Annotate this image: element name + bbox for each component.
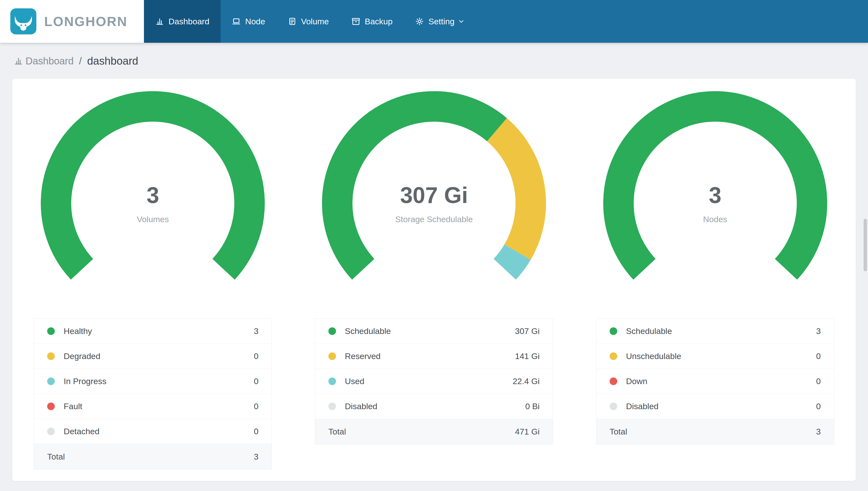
breadcrumb-separator: / (79, 56, 82, 66)
dashboard-card: 3VolumesHealthy3Degraded0In Progress0Fau… (12, 79, 856, 481)
breadcrumb-section[interactable]: Dashboard (26, 56, 74, 66)
legend-value: 3 (254, 326, 258, 336)
gauge-chart: 3Nodes (602, 90, 828, 316)
legend-row: Down0 (596, 369, 834, 394)
legend-label: Schedulable (345, 326, 391, 336)
nav-item-setting[interactable]: Setting (404, 0, 476, 43)
nav-item-label: Node (245, 17, 265, 26)
legend-row: In Progress0 (34, 369, 272, 394)
gauge-segment-used (505, 252, 518, 269)
nav-item-node[interactable]: Node (221, 0, 276, 43)
nav-item-backup[interactable]: Backup (340, 0, 404, 43)
main-content: 3VolumesHealthy3Degraded0In Progress0Fau… (0, 79, 868, 481)
legend-table-volumes: Healthy3Degraded0In Progress0Fault0Detac… (34, 318, 272, 469)
status-dot (610, 327, 617, 335)
legend-row: Schedulable3 (596, 319, 834, 344)
legend-value: 0 (816, 402, 821, 411)
scrollbar-thumb[interactable] (864, 219, 867, 271)
legend-value: 0 (254, 376, 258, 386)
main-nav: DashboardNodeVolumeBackupSetting (144, 0, 476, 43)
breadcrumb-page: dashboard (87, 55, 138, 67)
gauge-column-nodes: 3NodesSchedulable3Unschedulable0Down0Dis… (575, 90, 856, 469)
legend-label: Disabled (345, 402, 377, 411)
legend-value: 0 Bi (525, 402, 539, 411)
legend-total-row: Total3 (596, 419, 834, 444)
status-dot (329, 377, 336, 385)
legend-label: Healthy (64, 326, 92, 336)
legend-label: Schedulable (626, 326, 672, 336)
gauge-segment-healthy (56, 107, 250, 269)
gauge-svg (602, 90, 828, 316)
gauge-columns: 3VolumesHealthy3Degraded0In Progress0Fau… (12, 90, 856, 469)
legend-row: Healthy3 (34, 319, 272, 344)
status-dot (610, 352, 617, 360)
status-dot (47, 377, 55, 385)
status-dot (610, 403, 617, 410)
gauge-segment-schedulable (618, 107, 812, 269)
legend-value: 22.4 Gi (513, 376, 539, 386)
logo[interactable]: LONGHORN (0, 0, 144, 43)
legend-label: Fault (64, 402, 82, 411)
backup-icon (351, 17, 360, 26)
bar-chart-icon (14, 56, 23, 66)
legend-value: 0 (816, 351, 821, 361)
legend-value: 3 (816, 326, 821, 336)
legend-label: Down (626, 376, 647, 386)
gauge-svg (321, 90, 547, 316)
breadcrumb: Dashboard / dashboard (0, 43, 868, 79)
legend-total-value: 471 Gi (515, 427, 539, 436)
legend-row: Reserved141 Gi (315, 344, 553, 369)
legend-value: 0 (254, 351, 258, 361)
legend-total-label: Total (47, 452, 65, 462)
legend-label: In Progress (64, 376, 106, 386)
longhorn-logo-icon (10, 8, 36, 34)
legend-label: Disabled (626, 402, 658, 411)
legend-total-label: Total (610, 427, 627, 436)
chevron-down-icon (457, 18, 465, 25)
gauge-chart: 3Volumes (40, 90, 266, 316)
legend-row: Schedulable307 Gi (315, 319, 553, 344)
dashboard-icon (155, 17, 164, 26)
nav-item-label: Setting (428, 17, 455, 26)
legend-row: Unschedulable0 (596, 344, 834, 369)
node-icon (232, 17, 241, 26)
page-root: LONGHORN DashboardNodeVolumeBackupSettin… (0, 0, 868, 481)
legend-row: Used22.4 Gi (315, 369, 553, 394)
legend-row: Disabled0 (596, 394, 834, 419)
status-dot (329, 327, 336, 335)
legend-value: 0 (816, 376, 821, 386)
nav-item-label: Volume (301, 17, 329, 26)
legend-row: Disabled0 Bi (315, 394, 553, 419)
brand-name: LONGHORN (44, 14, 127, 29)
nav-item-volume[interactable]: Volume (277, 0, 340, 43)
legend-label: Degraded (64, 351, 100, 361)
nav-item-label: Backup (365, 17, 393, 26)
status-dot (47, 428, 55, 435)
status-dot (47, 352, 55, 360)
gauge-segment-schedulable (337, 107, 497, 269)
status-dot (329, 352, 336, 360)
legend-total-label: Total (329, 427, 346, 436)
gauge-segment-reserved (497, 130, 531, 252)
status-dot (47, 403, 55, 410)
legend-value: 0 (254, 427, 258, 436)
legend-total-value: 3 (254, 452, 258, 462)
setting-icon (415, 17, 424, 26)
legend-label: Detached (64, 427, 99, 436)
gauge-column-volumes: 3VolumesHealthy3Degraded0In Progress0Fau… (12, 90, 293, 469)
nav-item-dashboard[interactable]: Dashboard (144, 0, 221, 43)
legend-row: Degraded0 (34, 344, 272, 369)
legend-value: 307 Gi (515, 326, 539, 336)
legend-total-row: Total3 (34, 444, 272, 469)
legend-value: 0 (254, 402, 258, 411)
legend-table-storage-schedulable: Schedulable307 GiReserved141 GiUsed22.4 … (315, 318, 553, 444)
legend-row: Detached0 (34, 419, 272, 444)
legend-table-nodes: Schedulable3Unschedulable0Down0Disabled0… (596, 318, 834, 444)
gauge-column-storage-schedulable: 307 GiStorage SchedulableSchedulable307 … (293, 90, 575, 469)
gauge-svg (40, 90, 266, 316)
legend-label: Unschedulable (626, 351, 681, 361)
top-navbar: LONGHORN DashboardNodeVolumeBackupSettin… (0, 0, 868, 43)
legend-label: Used (345, 376, 364, 386)
legend-label: Reserved (345, 351, 381, 361)
legend-row: Fault0 (34, 394, 272, 419)
